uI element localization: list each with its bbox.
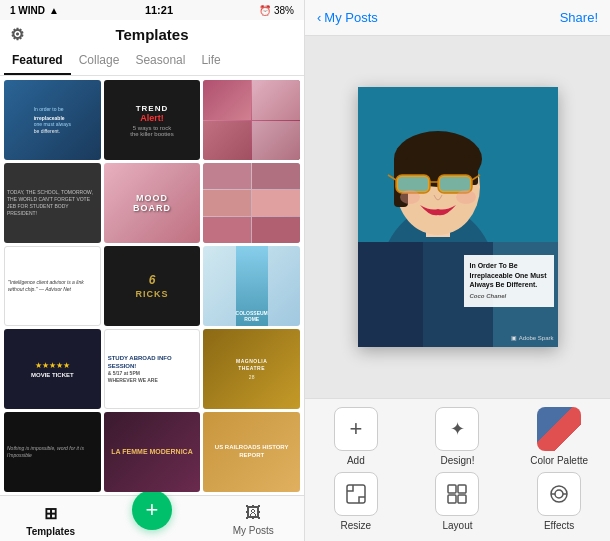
color-palette-icon-wrap <box>537 407 581 451</box>
template-item[interactable]: US RAILROADS HISTORY REPORT <box>203 412 300 492</box>
carrier-info: 1 WIND ▲ <box>10 5 59 16</box>
template-item[interactable]: MAGNOLIA THEATRE 28 <box>203 329 300 409</box>
settings-icon[interactable]: ⚙ <box>10 24 24 43</box>
template-item[interactable]: STUDY ABROAD INFO SESSION! & 5/17 at 5PM… <box>104 329 201 409</box>
svg-rect-16 <box>358 242 428 347</box>
tool-bar: + Add ✦ Design! Color Palette <box>305 398 610 541</box>
svg-rect-20 <box>448 485 456 493</box>
layout-svg <box>445 482 469 506</box>
tab-collage[interactable]: Collage <box>71 47 128 75</box>
template-item[interactable] <box>203 163 300 243</box>
template-item[interactable]: TREND Alert! 5 ways to rock the killer b… <box>104 80 201 160</box>
tool-color-palette[interactable]: Color Palette <box>529 407 589 466</box>
tab-featured[interactable]: Featured <box>4 47 71 75</box>
template-item[interactable]: Nothing is impossible, word for it is I'… <box>4 412 101 492</box>
layout-label: Layout <box>442 520 472 531</box>
tool-add[interactable]: + Add <box>326 407 386 466</box>
nav-templates-label: Templates <box>26 526 75 537</box>
right-panel: ‹ My Posts Share! <box>305 0 610 541</box>
template-item[interactable]: 6 ricks <box>104 246 201 326</box>
back-button[interactable]: ‹ My Posts <box>317 10 378 25</box>
template-item[interactable]: "Intelligence client advisor is a link w… <box>4 246 101 326</box>
chevron-left-icon: ‹ <box>317 10 321 25</box>
time-display: 11:21 <box>145 4 173 16</box>
resize-icon-wrap <box>334 472 378 516</box>
template-item[interactable]: MOOD BOARD <box>104 163 201 243</box>
template-item[interactable]: In order to be irreplaceable one must al… <box>4 80 101 160</box>
tool-row-2: Resize Layout <box>305 472 610 531</box>
tab-seasonal[interactable]: Seasonal <box>127 47 193 75</box>
template-grid: In order to be irreplaceable one must al… <box>0 76 304 495</box>
adobe-badge: ▣ Adobe Spark <box>511 334 554 341</box>
svg-rect-21 <box>458 485 466 493</box>
canvas-area[interactable]: In Order To Be Irreplaceable One Must Al… <box>305 36 610 398</box>
svg-point-25 <box>555 490 563 498</box>
battery-info: ⏰ 38% <box>259 5 294 16</box>
nav-templates[interactable]: ⊞ Templates <box>0 504 101 537</box>
nav-add[interactable]: + <box>101 500 202 537</box>
template-item[interactable]: ★★★★★ MOVIE TICKET <box>4 329 101 409</box>
design-icon: ✦ <box>450 418 465 440</box>
svg-rect-12 <box>398 177 428 191</box>
template-tabs: Featured Collage Seasonal Life <box>0 47 304 76</box>
tool-resize[interactable]: Resize <box>326 472 386 531</box>
share-button[interactable]: Share! <box>560 10 598 25</box>
tool-design[interactable]: ✦ Design! <box>427 407 487 466</box>
page-title-bar: ⚙ Templates <box>0 20 304 47</box>
alarm-icon: ⏰ <box>259 5 271 16</box>
add-icon: + <box>349 416 362 442</box>
nav-myposts[interactable]: 🖼 My Posts <box>203 504 304 537</box>
svg-point-14 <box>400 190 420 204</box>
resize-label: Resize <box>341 520 372 531</box>
design-icon-wrap: ✦ <box>435 407 479 451</box>
attribution: Coco Chanel <box>470 293 548 301</box>
tool-effects[interactable]: Effects <box>529 472 589 531</box>
carrier-label: 1 WIND <box>10 5 45 16</box>
right-header: ‹ My Posts Share! <box>305 0 610 36</box>
design-label: Design! <box>441 455 475 466</box>
svg-rect-22 <box>448 495 456 503</box>
effects-svg <box>547 482 571 506</box>
stars: ★★★★★ <box>35 361 70 370</box>
tab-life[interactable]: Life <box>193 47 228 75</box>
add-icon-wrap: + <box>334 407 378 451</box>
poster: In Order To Be Irreplaceable One Must Al… <box>358 87 558 347</box>
effects-icon-wrap <box>537 472 581 516</box>
layout-icon-wrap <box>435 472 479 516</box>
quote-text: In Order To Be Irreplaceable One Must Al… <box>464 255 554 307</box>
nav-myposts-label: My Posts <box>233 525 274 536</box>
adobe-label: Adobe Spark <box>519 335 554 341</box>
fab-add-button[interactable]: + <box>132 490 172 530</box>
left-panel: 1 WIND ▲ 11:21 ⏰ 38% ⚙ Templates Feature… <box>0 0 305 541</box>
page-title: Templates <box>115 26 188 43</box>
template-item[interactable]: LA FEMME MODERNICA <box>104 412 201 492</box>
add-label: Add <box>347 455 365 466</box>
wifi-icon: ▲ <box>49 5 59 16</box>
status-bar: 1 WIND ▲ 11:21 ⏰ 38% <box>0 0 304 20</box>
back-label: My Posts <box>324 10 377 25</box>
effects-label: Effects <box>544 520 574 531</box>
svg-rect-23 <box>458 495 466 503</box>
color-palette-label: Color Palette <box>530 455 588 466</box>
template-item[interactable]: COLOSSEUMROME <box>203 246 300 326</box>
svg-rect-13 <box>440 177 470 191</box>
svg-point-15 <box>456 190 476 204</box>
resize-svg <box>344 482 368 506</box>
bottom-nav: ⊞ Templates + 🖼 My Posts <box>0 495 304 541</box>
battery-label: 38% <box>274 5 294 16</box>
tool-layout[interactable]: Layout <box>427 472 487 531</box>
adobe-icon: ▣ <box>511 334 517 341</box>
svg-rect-19 <box>347 485 365 503</box>
template-item[interactable]: TODAY, THE SCHOOL, TOMORROW, THE WORLD C… <box>4 163 101 243</box>
templates-icon: ⊞ <box>44 504 57 523</box>
template-item[interactable] <box>203 80 300 160</box>
myposts-icon: 🖼 <box>245 504 261 522</box>
tool-row-1: + Add ✦ Design! Color Palette <box>305 407 610 466</box>
